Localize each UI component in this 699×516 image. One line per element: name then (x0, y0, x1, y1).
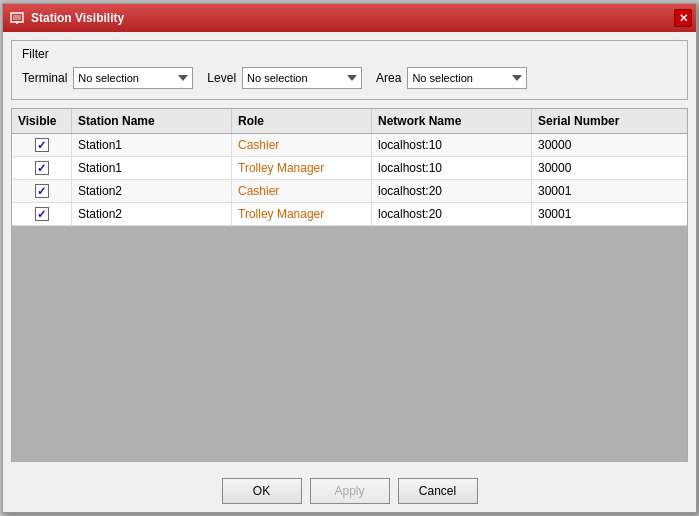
visible-cell[interactable] (12, 180, 72, 202)
table-row: Station1 Cashier localhost:10 30000 (12, 134, 687, 157)
filter-row: Terminal No selection Level No selection… (22, 67, 677, 89)
visible-cell[interactable] (12, 134, 72, 156)
terminal-label: Terminal (22, 71, 67, 85)
title-bar-left: Station Visibility (9, 10, 124, 26)
network-name-cell: localhost:10 (372, 134, 532, 156)
table-row: Station2 Trolley Manager localhost:20 30… (12, 203, 687, 226)
filter-label: Filter (22, 47, 677, 61)
serial-number-cell: 30000 (532, 134, 652, 156)
network-name-cell: localhost:20 (372, 203, 532, 225)
network-name-cell: localhost:20 (372, 180, 532, 202)
area-select[interactable]: No selection (407, 67, 527, 89)
level-label: Level (207, 71, 236, 85)
serial-number-cell: 30000 (532, 157, 652, 179)
role-cell: Trolley Manager (232, 157, 372, 179)
close-button[interactable]: ✕ (674, 9, 692, 27)
table-row: Station1 Trolley Manager localhost:10 30… (12, 157, 687, 180)
col-role: Role (232, 109, 372, 133)
title-bar: Station Visibility ✕ (3, 4, 696, 32)
network-name-cell: localhost:10 (372, 157, 532, 179)
serial-number-cell: 30001 (532, 180, 652, 202)
role-cell: Cashier (232, 134, 372, 156)
col-network-name: Network Name (372, 109, 532, 133)
content-area: Filter Terminal No selection Level No se… (3, 32, 696, 470)
main-window: Station Visibility ✕ Filter Terminal No … (2, 3, 697, 513)
station-name-cell: Station2 (72, 203, 232, 225)
cancel-button[interactable]: Cancel (398, 478, 478, 504)
role-cell: Trolley Manager (232, 203, 372, 225)
table-row: Station2 Cashier localhost:20 30001 (12, 180, 687, 203)
table-header: Visible Station Name Role Network Name S… (12, 109, 687, 134)
visible-cell[interactable] (12, 203, 72, 225)
window-title: Station Visibility (31, 11, 124, 25)
filter-section: Filter Terminal No selection Level No se… (11, 40, 688, 100)
col-visible: Visible (12, 109, 72, 133)
table-body: Station1 Cashier localhost:10 30000 Stat… (12, 134, 687, 461)
col-serial-number: Serial Number (532, 109, 652, 133)
apply-button[interactable]: Apply (310, 478, 390, 504)
station-name-cell: Station1 (72, 134, 232, 156)
col-station-name: Station Name (72, 109, 232, 133)
visible-checkbox[interactable] (35, 184, 49, 198)
data-table: Visible Station Name Role Network Name S… (11, 108, 688, 462)
footer: OK Apply Cancel (3, 470, 696, 512)
role-cell: Cashier (232, 180, 372, 202)
visible-checkbox[interactable] (35, 207, 49, 221)
app-icon (9, 10, 25, 26)
svg-rect-1 (13, 15, 21, 20)
visible-cell[interactable] (12, 157, 72, 179)
visible-checkbox[interactable] (35, 161, 49, 175)
visible-checkbox[interactable] (35, 138, 49, 152)
serial-number-cell: 30001 (532, 203, 652, 225)
terminal-select[interactable]: No selection (73, 67, 193, 89)
station-name-cell: Station1 (72, 157, 232, 179)
station-name-cell: Station2 (72, 180, 232, 202)
area-label: Area (376, 71, 401, 85)
ok-button[interactable]: OK (222, 478, 302, 504)
level-select[interactable]: No selection (242, 67, 362, 89)
